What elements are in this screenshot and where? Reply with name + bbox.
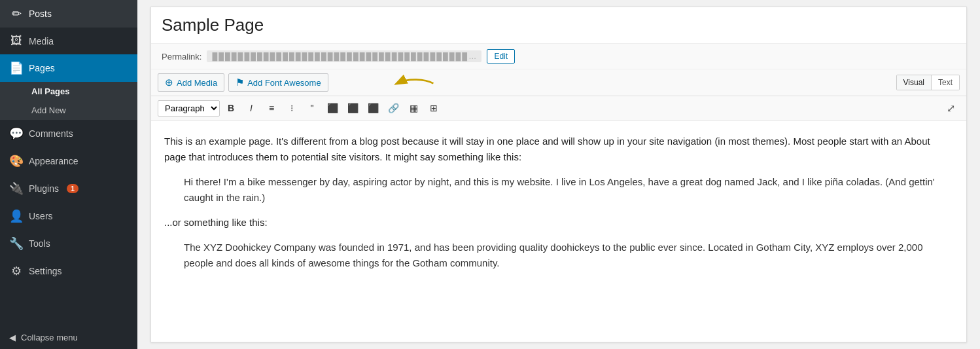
more-formats-button[interactable]: ⊞ (425, 100, 443, 117)
permalink-edit-button[interactable]: Edit (487, 49, 515, 64)
page-title-input[interactable] (151, 7, 966, 44)
add-font-awesome-button[interactable]: ⚑ Add Font Awesome (228, 73, 328, 92)
sidebar-item-tools[interactable]: 🔧 Tools (0, 230, 137, 257)
text-tab[interactable]: Text (931, 75, 959, 90)
sidebar-item-appearance[interactable]: 🎨 Appearance (0, 147, 137, 175)
sidebar-item-settings[interactable]: ⚙ Settings (0, 257, 137, 285)
table-button[interactable]: ▦ (404, 100, 423, 117)
media-toolbar-row: ⊕ Add Media ⚑ Add Font Awesome Visual Te… (151, 69, 966, 96)
permalink-bar: Permalink: █████████████████████████████… (151, 44, 966, 69)
view-switch: Visual Text (896, 75, 960, 90)
sidebar-item-media[interactable]: 🖼 Media (0, 28, 137, 54)
add-media-button[interactable]: ⊕ Add Media (158, 73, 224, 92)
content-or: ...or something like this: (164, 215, 953, 230)
sidebar-item-all-pages[interactable]: All Pages (0, 82, 137, 101)
sidebar-item-add-new[interactable]: Add New (0, 101, 137, 120)
sidebar-item-plugins[interactable]: 🔌 Plugins 1 (0, 175, 137, 202)
collapse-menu[interactable]: ◀ Collapse menu (0, 326, 137, 349)
editor-panel: Permalink: █████████████████████████████… (150, 7, 967, 342)
posts-icon: ✏ (9, 7, 24, 21)
tools-icon: 🔧 (9, 236, 24, 251)
link-button[interactable]: 🔗 (384, 100, 402, 117)
add-media-icon: ⊕ (165, 77, 173, 88)
pages-icon: 📄 (9, 61, 24, 75)
content-blockquote-2: The XYZ Doohickey Company was founded in… (184, 240, 953, 271)
bold-button[interactable]: B (222, 100, 240, 117)
plugins-badge: 1 (67, 184, 79, 193)
settings-icon: ⚙ (9, 264, 24, 278)
italic-button[interactable]: I (242, 100, 260, 117)
content-paragraph-1: This is an example page. It's different … (164, 134, 953, 165)
align-right-button[interactable]: ⬛ (364, 100, 382, 117)
format-toolbar: Paragraph Heading 1 Heading 2 B I ≡ ⁝ " … (151, 96, 966, 120)
unordered-list-button[interactable]: ≡ (262, 100, 281, 117)
media-icon: 🖼 (9, 34, 24, 48)
collapse-icon: ◀ (9, 333, 16, 342)
sidebar: ✏ Posts 🖼 Media 📄 Pages All Pages Add Ne… (0, 0, 137, 349)
arrow-annotation (393, 73, 446, 93)
sidebar-item-pages[interactable]: 📄 Pages (0, 54, 137, 82)
visual-tab[interactable]: Visual (897, 75, 931, 90)
sidebar-item-posts[interactable]: ✏ Posts (0, 0, 137, 28)
permalink-url: ████████████████████████████████████████… (207, 50, 481, 62)
comments-icon: 💬 (9, 126, 24, 141)
permalink-label: Permalink: (162, 52, 201, 62)
main-content: Permalink: █████████████████████████████… (137, 0, 980, 349)
content-blockquote-1: Hi there! I'm a bike messenger by day, a… (184, 174, 953, 206)
pages-submenu: All Pages Add New (0, 82, 137, 120)
blockquote-button[interactable]: " (303, 100, 321, 117)
sidebar-item-users[interactable]: 👤 Users (0, 202, 137, 230)
font-awesome-icon: ⚑ (236, 77, 244, 88)
plugins-icon: 🔌 (9, 181, 24, 196)
ordered-list-button[interactable]: ⁝ (283, 100, 301, 117)
appearance-icon: 🎨 (9, 154, 24, 168)
fullscreen-button[interactable]: ⤢ (941, 100, 960, 117)
paragraph-select[interactable]: Paragraph Heading 1 Heading 2 (158, 100, 220, 117)
users-icon: 👤 (9, 209, 24, 223)
align-center-button[interactable]: ⬛ (343, 100, 362, 117)
align-left-button[interactable]: ⬛ (323, 100, 341, 117)
sidebar-item-comments[interactable]: 💬 Comments (0, 120, 137, 147)
editor-body[interactable]: This is an example page. It's different … (151, 120, 966, 342)
